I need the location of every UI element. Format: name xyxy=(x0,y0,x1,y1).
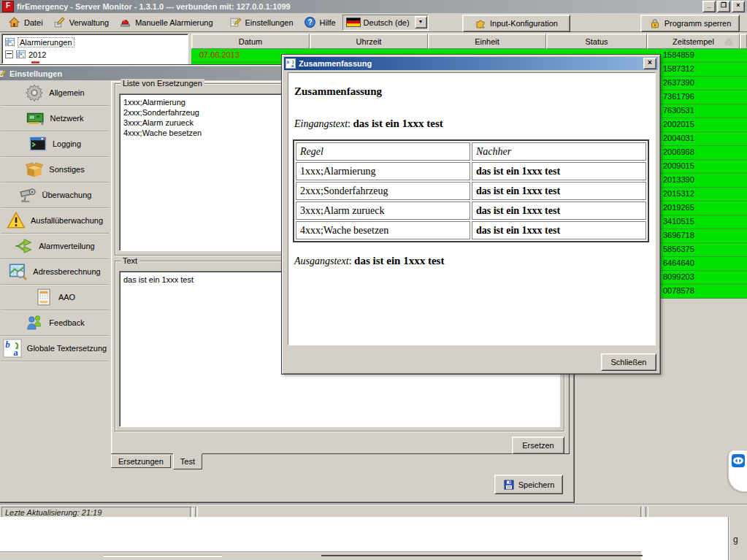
menu-einstellungen[interactable]: Einstellungen xyxy=(224,14,299,31)
sidebar-item-aao[interactable]: AAO xyxy=(1,285,109,310)
tab-test[interactable]: Test xyxy=(173,453,202,469)
siren-icon xyxy=(119,16,131,28)
row-timestamp-cell: 0078578 xyxy=(663,286,694,295)
menu-datei[interactable]: Datei xyxy=(3,14,48,31)
rule-cell: 1xxx;Alarmierung xyxy=(296,162,470,180)
input-konfiguration-button[interactable]: Input-Konfiguration xyxy=(462,15,570,32)
column-header-zeitstempel[interactable]: Zeitstempel xyxy=(647,34,740,49)
ersetzen-button[interactable]: Ersetzen xyxy=(512,437,564,454)
sidebar-item-uberwachung[interactable]: Überwachung xyxy=(1,183,109,208)
row-timestamp-cell: 7361796 xyxy=(663,92,694,101)
main-toolbar: Datei Verwaltung Manuelle Alarmierung Ei… xyxy=(0,13,747,32)
collapse-icon[interactable] xyxy=(5,50,13,58)
rules-table-header-nachher: Nachher xyxy=(472,142,646,161)
app-icon: F xyxy=(2,1,14,12)
sidebar-item-label: Logging xyxy=(53,139,81,148)
sidebar-item-ausfalluberwachung[interactable]: Ausfallüberwachung xyxy=(1,208,109,234)
rules-table-row: 1xxx;Alarmierungdas ist ein 1xxx test xyxy=(296,162,646,180)
sidebar-item-label: Globale Textersetzung xyxy=(27,344,107,353)
column-header-uhrzeit[interactable]: Uhrzeit xyxy=(310,34,428,49)
rules-table-header-regel: Regel xyxy=(296,142,470,161)
minimize-button[interactable]: _ xyxy=(702,1,716,12)
maximize-button[interactable]: ❐ xyxy=(717,1,730,12)
svg-text:?: ? xyxy=(307,18,312,26)
column-header-label: Zeitstempel xyxy=(673,37,714,46)
teamviewer-dock-tab[interactable] xyxy=(728,450,747,492)
row-timestamp-cell: 1584859 xyxy=(663,50,694,59)
tab-ersetzungen[interactable]: Ersetzungen xyxy=(111,455,171,468)
row-timestamp-cell: 2013390 xyxy=(663,175,694,184)
column-header-label: Uhrzeit xyxy=(356,37,382,46)
application-window: F firEmergency - Server Monitor - 1.3.1.… xyxy=(0,0,747,560)
sidebar-item-adressberechnung[interactable]: Adressberechnung xyxy=(1,259,109,285)
row-timestamp-cell: 7630531 xyxy=(663,106,694,115)
row-timestamp-cell: 5856375 xyxy=(663,245,694,253)
sidebar-item-netzwerk[interactable]: Netzwerk xyxy=(1,106,109,131)
sidebar-item-logging[interactable]: Logging xyxy=(1,131,109,157)
output-text-line: Ausgangstext: das ist ein 1xxx test xyxy=(294,255,655,267)
gear-icon xyxy=(25,83,44,102)
sidebar-item-label: Überwachung xyxy=(42,191,92,199)
sidebar-item-label: Feedback xyxy=(49,318,84,327)
alarm-list-icon xyxy=(15,49,26,60)
column-header-datum[interactable]: Datum xyxy=(191,34,310,49)
lock-icon xyxy=(649,18,661,29)
menu-hilfe[interactable]: ? Hilfe xyxy=(299,14,341,31)
tree-item-alarmierungen[interactable]: Alarmierungen xyxy=(4,36,185,48)
floppy-icon xyxy=(503,479,515,491)
sidebar-item-label: Netzwerk xyxy=(50,114,84,123)
after-cell: das ist ein 1xxx test xyxy=(472,202,646,220)
menu-verwaltung[interactable]: Verwaltung xyxy=(48,14,114,31)
sidebar-item-allgemein[interactable]: Allgemein xyxy=(1,80,109,106)
people-icon xyxy=(25,313,44,332)
dialog-title-bar[interactable]: ba Zusammenfassung × xyxy=(284,57,658,70)
home-icon xyxy=(8,16,20,28)
dialog-heading: Zusammenfassung xyxy=(294,85,655,98)
row-timestamp-cell: 6464640 xyxy=(663,258,694,267)
menu-manuelle-alarmierung[interactable]: Manuelle Alarmierung xyxy=(114,14,218,31)
row-date-cell: 07.06.2013 xyxy=(199,50,240,59)
dialog-close-icon[interactable]: × xyxy=(643,58,656,69)
sidebar-item-alarmverteilung[interactable]: Alarmverteilung xyxy=(1,234,109,259)
tree-item-partial xyxy=(31,61,39,64)
header-corner xyxy=(740,34,747,49)
svg-text:b: b xyxy=(287,59,290,65)
after-cell: das ist ein 1xxx test xyxy=(472,182,646,200)
close-button[interactable]: × xyxy=(732,1,745,12)
rule-cell: 4xxx;Wache besetzen xyxy=(296,221,470,239)
german-flag-icon xyxy=(346,18,361,27)
puzzle-icon xyxy=(475,18,486,29)
dialog-content: Zusammenfassung Eingangstext: das ist ei… xyxy=(288,72,656,345)
sidebar-item-globale-textersetzung[interactable]: baGlobale Textersetzung xyxy=(1,336,109,361)
speichern-button[interactable]: Speichern xyxy=(494,475,563,494)
row-timestamp-cell: 2637390 xyxy=(663,78,694,87)
sidebar-item-feedback[interactable]: Feedback xyxy=(1,310,109,336)
tree-item-2012[interactable]: 2012 xyxy=(4,48,185,61)
column-header-einheit[interactable]: Einheit xyxy=(428,34,546,49)
chevron-down-icon[interactable]: ▼ xyxy=(415,16,427,28)
programm-sperren-button[interactable]: Programm sperren xyxy=(640,15,740,32)
row-timestamp-cell: 2009015 xyxy=(663,161,694,170)
scrollbar-thumb xyxy=(321,555,643,556)
scrollbar-groove xyxy=(104,555,222,557)
settings-window-icon xyxy=(0,69,7,79)
alarm-list-icon xyxy=(4,37,15,47)
sort-ascending-icon xyxy=(725,39,732,45)
schliessen-button[interactable]: Schließen xyxy=(601,353,656,371)
sidebar-item-sonstiges[interactable]: Sonstiges xyxy=(1,157,109,183)
svg-text:b: b xyxy=(5,339,10,350)
main-title-bar: F firEmergency - Server Monitor - 1.3.1.… xyxy=(0,0,747,13)
settings-icon xyxy=(229,16,242,28)
settings-tabs: Ersetzungen Test xyxy=(111,453,202,469)
column-header-label: Einheit xyxy=(475,37,499,46)
language-select[interactable]: Deutsch (de) ▼ xyxy=(342,15,429,31)
text-replace-icon: ba xyxy=(286,58,296,69)
row-timestamp-cell: 2006968 xyxy=(663,147,694,156)
row-timestamp-cell: 3410515 xyxy=(663,217,694,226)
column-header-status[interactable]: Status xyxy=(546,34,647,49)
row-timestamp-cell: 3696718 xyxy=(663,231,694,239)
row-timestamp-cell: 2015312 xyxy=(663,189,694,198)
row-timestamp-cell: 2019265 xyxy=(663,203,694,212)
clipped-text: g xyxy=(733,534,738,545)
column-header-label: Status xyxy=(585,37,608,46)
